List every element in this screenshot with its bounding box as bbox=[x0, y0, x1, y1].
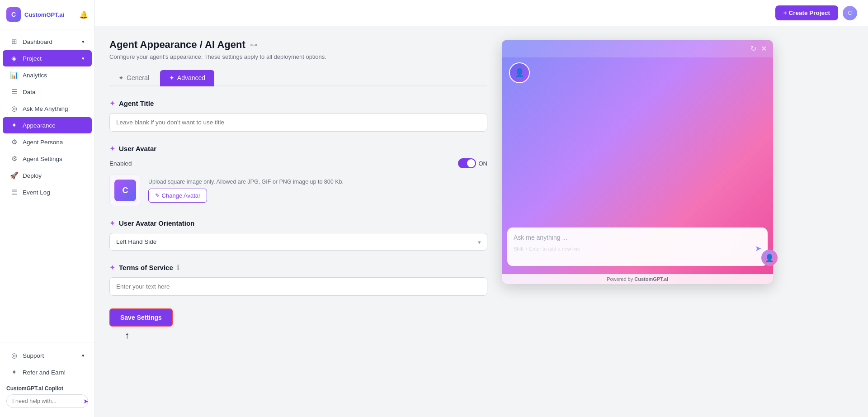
sidebar-item-label: Analytics bbox=[23, 72, 47, 79]
chat-preview-window: ↻ ✕ 👤 Ask me anything ... Shift + Enter … bbox=[502, 40, 773, 284]
spark-icon: ✦ bbox=[109, 263, 115, 272]
avatar-logo: C bbox=[114, 180, 136, 201]
sidebar-item-label: Agent Persona bbox=[23, 139, 63, 146]
sidebar-logo: C CustomGPT.ai 🔔 bbox=[0, 0, 94, 29]
save-settings-button[interactable]: Save Settings bbox=[109, 308, 173, 327]
sidebar-item-deploy[interactable]: 🚀 Deploy bbox=[3, 167, 92, 184]
chat-user-avatar: 👤 bbox=[509, 62, 530, 83]
copilot-section: CustomGPT.ai Copilot ➤ bbox=[0, 381, 94, 412]
sidebar-item-support[interactable]: ◎ Support ▾ bbox=[3, 347, 92, 364]
close-icon[interactable]: ✕ bbox=[761, 44, 767, 53]
spark-icon: ✦ bbox=[109, 99, 115, 108]
toggle-row: Enabled ON bbox=[109, 158, 487, 168]
chat-input-bottom: Shift + Enter to add a new line ➤ bbox=[514, 244, 761, 253]
top-bar-avatar: C bbox=[843, 6, 857, 20]
sidebar-nav: ⊞ Dashboard ▾ ◈ Project ▾ 📊 Analytics ☰ … bbox=[0, 29, 94, 342]
deploy-icon: 🚀 bbox=[10, 171, 18, 180]
sidebar-item-label: Appearance bbox=[23, 122, 56, 129]
send-icon[interactable]: ➤ bbox=[755, 244, 761, 253]
sidebar-item-refer[interactable]: ✦ Refer and Earn! bbox=[3, 364, 92, 380]
data-icon: ☰ bbox=[10, 88, 18, 96]
sidebar-item-label: Ask Me Anything bbox=[23, 105, 68, 112]
sidebar-item-agent-settings[interactable]: ⚙ Agent Settings bbox=[3, 151, 92, 167]
section-title-row: ✦ Agent Title bbox=[109, 99, 487, 108]
page-title: Agent Appearance / AI Agent bbox=[109, 39, 245, 51]
orientation-label: User Avatar Orientation bbox=[119, 219, 194, 227]
tabs: ✦ General ✦ Advanced bbox=[109, 70, 487, 86]
chat-footer: Powered by CustomGPT.ai bbox=[502, 274, 773, 284]
logo-icon: C bbox=[6, 7, 21, 22]
chat-input-area: Ask me anything ... Shift + Enter to add… bbox=[507, 227, 768, 266]
section-title-row: ✦ Terms of Service ℹ bbox=[109, 263, 487, 272]
sidebar-item-label: Dashboard bbox=[23, 38, 52, 45]
sidebar-item-analytics[interactable]: 📊 Analytics bbox=[3, 67, 92, 83]
avatar-toggle[interactable] bbox=[458, 158, 476, 168]
sidebar-item-appearance[interactable]: ✦ Appearance bbox=[3, 117, 92, 133]
agent-settings-icon: ⚙ bbox=[10, 155, 18, 163]
user-avatar-section: ✦ User Avatar Enabled ON C Upload square bbox=[109, 144, 487, 206]
change-avatar-button[interactable]: ✎ Change Avatar bbox=[148, 189, 207, 203]
chat-input-placeholder[interactable]: Ask me anything ... bbox=[514, 234, 761, 241]
sidebar: C CustomGPT.ai 🔔 ⊞ Dashboard ▾ ◈ Project… bbox=[0, 0, 95, 417]
spark-icon: ✦ bbox=[109, 219, 115, 227]
chat-preview-header: ↻ ✕ bbox=[502, 40, 773, 57]
project-icon: ◈ bbox=[10, 54, 18, 62]
tab-general[interactable]: ✦ General bbox=[109, 70, 158, 86]
chat-footer-brand: CustomGPT.ai bbox=[634, 276, 668, 282]
create-project-button[interactable]: + Create Project bbox=[775, 5, 838, 20]
sidebar-item-agent-persona[interactable]: ⚙ Agent Persona bbox=[3, 134, 92, 150]
page-subtitle: Configure your agent's appearance. These… bbox=[109, 53, 487, 60]
copilot-input[interactable] bbox=[12, 398, 83, 404]
settings-panel: Agent Appearance / AI Agent ⊶ Configure … bbox=[95, 26, 502, 417]
bottom-avatar-icon: 👤 bbox=[765, 254, 774, 262]
analytics-icon: 📊 bbox=[10, 71, 18, 79]
sidebar-item-label: Data bbox=[23, 89, 36, 95]
page-title-row: Agent Appearance / AI Agent ⊶ bbox=[109, 39, 487, 51]
agent-title-section: ✦ Agent Title bbox=[109, 99, 487, 132]
tab-label: Advanced bbox=[177, 74, 205, 81]
sidebar-bottom: ◎ Support ▾ ✦ Refer and Earn! CustomGPT.… bbox=[0, 342, 94, 417]
chat-user-avatar-inner: 👤 bbox=[510, 63, 529, 82]
refer-icon: ✦ bbox=[10, 368, 18, 376]
sidebar-item-label: Project bbox=[23, 55, 42, 62]
section-title-row: ✦ User Avatar bbox=[109, 144, 487, 153]
section-title-row: ✦ User Avatar Orientation bbox=[109, 219, 487, 227]
toggle-on-label: ON bbox=[479, 160, 488, 167]
terms-section: ✦ Terms of Service ℹ bbox=[109, 263, 487, 296]
toggle-wrap: ON bbox=[458, 158, 488, 168]
sidebar-item-data[interactable]: ☰ Data bbox=[3, 84, 92, 100]
agent-title-input[interactable] bbox=[109, 113, 487, 132]
bottom-user-avatar: 👤 bbox=[761, 250, 778, 266]
info-icon[interactable]: ℹ bbox=[177, 263, 179, 272]
arrow-indicator: ↑ bbox=[125, 330, 129, 341]
orientation-select[interactable]: Left Hand Side Right Hand Side Center bbox=[109, 233, 487, 251]
top-bar: + Create Project C bbox=[95, 0, 868, 26]
sidebar-item-label: Support bbox=[23, 352, 44, 359]
support-icon: ◎ bbox=[10, 351, 18, 360]
agent-title-label: Agent Title bbox=[119, 100, 154, 107]
notification-bell-icon[interactable]: 🔔 bbox=[79, 10, 88, 19]
avatar-orientation-section: ✦ User Avatar Orientation Left Hand Side… bbox=[109, 219, 487, 251]
preview-panel: ↻ ✕ 👤 Ask me anything ... Shift + Enter … bbox=[502, 26, 782, 417]
terms-input[interactable] bbox=[109, 277, 487, 296]
orientation-select-wrap: Left Hand Side Right Hand Side Center ▾ bbox=[109, 233, 487, 251]
tab-advanced[interactable]: ✦ Advanced bbox=[160, 70, 214, 86]
sidebar-item-dashboard[interactable]: ⊞ Dashboard ▾ bbox=[3, 33, 92, 50]
terms-label: Terms of Service bbox=[119, 264, 173, 271]
user-avatar-label: User Avatar bbox=[119, 145, 156, 152]
event-log-icon: ☰ bbox=[10, 188, 18, 196]
spark-icon: ✦ bbox=[109, 144, 115, 153]
chevron-down-icon: ▾ bbox=[82, 353, 85, 359]
avatar-preview: C bbox=[109, 175, 141, 206]
avatar-upload-text: Upload square image only. Allowed are JP… bbox=[148, 179, 487, 185]
refresh-icon[interactable]: ↻ bbox=[750, 44, 756, 53]
enabled-label: Enabled bbox=[109, 160, 132, 167]
share-icon[interactable]: ⊶ bbox=[250, 40, 258, 50]
logo-text: CustomGPT.ai bbox=[24, 11, 64, 18]
sidebar-item-ask-me-anything[interactable]: ◎ Ask Me Anything bbox=[3, 100, 92, 117]
sidebar-item-event-log[interactable]: ☰ Event Log bbox=[3, 184, 92, 200]
sidebar-item-label: Deploy bbox=[23, 172, 42, 179]
sidebar-item-project[interactable]: ◈ Project ▾ bbox=[3, 50, 92, 66]
copilot-send-icon[interactable]: ➤ bbox=[83, 398, 89, 405]
advanced-tab-icon: ✦ bbox=[169, 74, 175, 81]
